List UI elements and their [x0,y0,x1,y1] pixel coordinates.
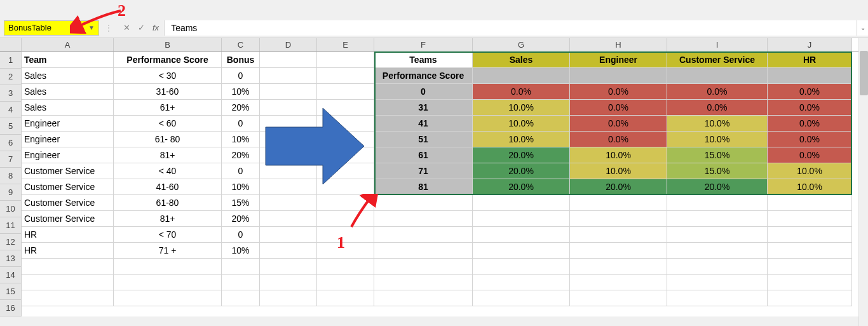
cell[interactable]: 15% [222,195,260,210]
cell[interactable]: 0.0% [667,84,768,99]
row-header[interactable]: 5 [0,118,22,135]
cell[interactable] [768,290,852,306]
chevron-down-icon[interactable]: ▼ [88,24,95,31]
cell[interactable] [317,179,374,194]
cell[interactable]: 0.0% [570,116,667,131]
cell[interactable] [667,275,768,290]
cell[interactable]: HR [22,243,114,258]
row-header[interactable]: 8 [0,168,22,184]
cell[interactable]: Customer Service [22,179,114,194]
cell[interactable] [570,211,667,226]
col-header[interactable]: A [22,38,114,51]
cell[interactable] [114,275,222,290]
cell[interactable] [374,259,473,274]
row-header[interactable]: 12 [0,234,22,250]
cell[interactable] [317,290,374,306]
cell[interactable]: 0.0% [570,100,667,115]
cell[interactable] [114,259,222,274]
cell[interactable]: 0.0% [667,100,768,115]
cell[interactable]: 0.0% [768,132,852,147]
cell[interactable] [260,243,317,258]
cell[interactable]: 51 [374,132,473,147]
col-header[interactable]: E [317,38,374,51]
cell[interactable] [317,147,374,163]
formula-expand-icon[interactable]: ⌄ [857,20,868,36]
cell[interactable] [260,116,317,131]
cell[interactable]: 10.0% [768,163,852,179]
row-header[interactable]: 6 [0,135,22,151]
cell[interactable]: Customer Service [22,211,114,226]
cell[interactable]: 0 [222,68,260,83]
row-header[interactable]: 7 [0,151,22,168]
cell[interactable]: 10.0% [570,147,667,163]
cell[interactable]: 10.0% [473,100,570,115]
cell[interactable]: 31-60 [114,84,222,99]
cell[interactable] [570,243,667,258]
row-header[interactable]: 3 [0,85,22,102]
select-all-corner[interactable] [0,38,22,51]
cell[interactable] [374,227,473,242]
grid-cells[interactable]: TeamPerformance ScoreBonusTeamsSalesEngi… [22,52,852,316]
cell[interactable] [374,275,473,290]
fx-icon[interactable]: fx [153,23,159,32]
row-header[interactable]: 16 [0,300,22,316]
cell[interactable]: < 60 [114,116,222,131]
cell[interactable]: 61- 80 [114,132,222,147]
cell[interactable]: 61 [374,147,473,163]
cell[interactable] [570,290,667,306]
cell[interactable]: Sales [22,100,114,115]
cell[interactable]: 0 [374,84,473,99]
cell[interactable]: 20.0% [473,163,570,179]
cell[interactable] [260,84,317,99]
cell[interactable]: 71 [374,163,473,179]
cell[interactable] [768,68,852,83]
cell[interactable]: Engineer [22,116,114,131]
row-header[interactable]: 14 [0,267,22,283]
cell[interactable] [768,195,852,210]
cell[interactable] [374,290,473,306]
col-header[interactable]: G [473,38,570,51]
cell[interactable]: 20.0% [473,147,570,163]
cell[interactable] [317,68,374,83]
cell[interactable] [22,275,114,290]
name-box[interactable]: BonusTable ▼ [4,20,99,36]
cell[interactable] [317,227,374,242]
cell[interactable] [768,243,852,258]
cell[interactable]: 41-60 [114,179,222,194]
cell[interactable]: Engineer [22,147,114,163]
col-header[interactable]: C [222,38,260,51]
cell[interactable] [768,211,852,226]
cell[interactable] [473,227,570,242]
cell[interactable] [570,195,667,210]
cell[interactable] [317,116,374,131]
cell[interactable] [473,259,570,274]
cell[interactable]: 20% [222,100,260,115]
cell[interactable]: 0.0% [570,84,667,99]
cell[interactable]: 81+ [114,147,222,163]
cell[interactable] [570,259,667,274]
cell[interactable] [667,195,768,210]
cell[interactable] [667,227,768,242]
cell[interactable] [768,227,852,242]
cell[interactable] [22,290,114,306]
cell[interactable]: < 40 [114,163,222,179]
cell[interactable]: 0.0% [768,116,852,131]
cell[interactable] [317,211,374,226]
cell[interactable]: 0.0% [768,147,852,163]
cell[interactable]: 0.0% [473,84,570,99]
cell[interactable]: 20% [222,147,260,163]
cell[interactable] [570,68,667,83]
scrollbar-thumb[interactable] [860,51,868,95]
cell[interactable]: Team [22,52,114,67]
cell[interactable] [374,211,473,226]
col-header[interactable]: H [570,38,667,51]
cell[interactable]: 41 [374,116,473,131]
cell[interactable]: Customer Service [22,163,114,179]
cell[interactable] [22,259,114,274]
cell[interactable] [317,275,374,290]
cell[interactable]: 20% [222,211,260,226]
cell[interactable] [260,100,317,115]
cell[interactable] [667,243,768,258]
col-header[interactable]: I [667,38,768,51]
row-header[interactable]: 13 [0,250,22,267]
